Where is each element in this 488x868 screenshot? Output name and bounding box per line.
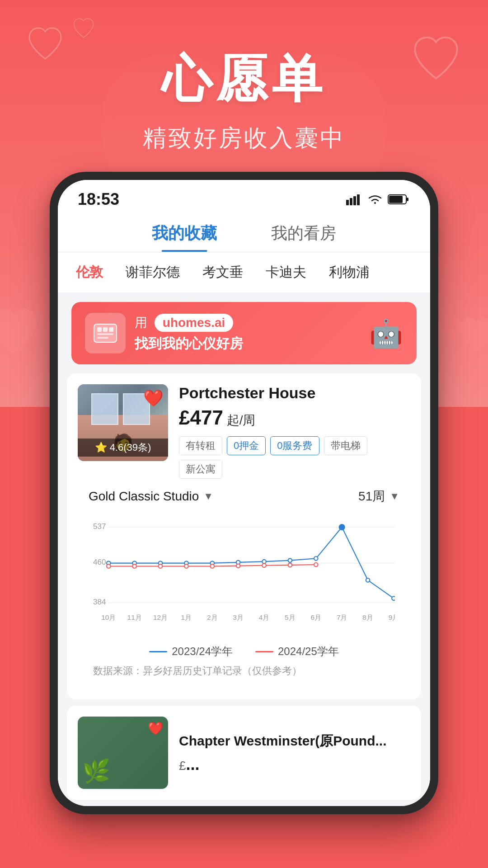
city-filter: 伦敦 谢菲尔德 考文垂 卡迪夫 利物浦: [58, 252, 430, 293]
room-type-dropdown-arrow: ▼: [203, 491, 213, 502]
svg-text:460: 460: [93, 558, 106, 566]
svg-rect-9: [103, 327, 108, 332]
banner-robot-icon: 🤖: [369, 317, 403, 349]
property-tags: 有转租 0押金 0服务费 带电梯 新公寓: [179, 436, 410, 479]
svg-rect-11: [97, 333, 113, 335]
window-left: [91, 393, 118, 425]
property-card-2[interactable]: 🌿 ❤️ Chapter Westminster(原Pound... £...: [67, 706, 421, 800]
svg-text:537: 537: [93, 522, 106, 531]
legend-line-blue: [149, 651, 167, 652]
heart-decoration-left: [0, 307, 41, 359]
city-coventry[interactable]: 考文垂: [202, 263, 243, 282]
svg-text:8月: 8月: [362, 613, 373, 621]
price-unit: 起/周: [227, 413, 256, 427]
svg-point-49: [262, 563, 266, 567]
page-title: 心愿单: [0, 45, 488, 113]
city-cardiff[interactable]: 卡迪夫: [266, 263, 306, 282]
tag-new: 新公寓: [179, 460, 222, 479]
property-name-2: Chapter Westminster(原Pound...: [179, 732, 410, 750]
svg-text:12月: 12月: [153, 613, 168, 621]
banner-line2: 找到我的心仪好房: [135, 335, 360, 353]
tab-viewings[interactable]: 我的看房: [271, 222, 336, 252]
svg-point-42: [392, 596, 395, 600]
banner-line1: 用 uhomes.ai: [135, 314, 360, 332]
svg-rect-0: [346, 200, 349, 205]
banner-icon: [85, 313, 126, 354]
svg-point-37: [262, 560, 266, 564]
svg-point-50: [288, 563, 292, 567]
svg-point-43: [107, 564, 111, 568]
status-icons: [346, 193, 410, 206]
svg-text:6月: 6月: [311, 613, 322, 621]
svg-rect-8: [97, 327, 102, 332]
status-bar: 18:53: [58, 180, 430, 213]
property-info-2: Chapter Westminster(原Pound... £...: [179, 732, 410, 774]
svg-rect-12: [97, 337, 108, 339]
price-line-chart: 537 460 384 10月 11月 12月: [93, 512, 395, 639]
svg-point-44: [132, 564, 136, 568]
svg-point-41: [366, 578, 370, 582]
svg-rect-5: [389, 196, 403, 203]
svg-rect-3: [357, 194, 360, 205]
svg-text:2月: 2月: [207, 613, 218, 621]
svg-text:11月: 11月: [127, 613, 142, 621]
property-price-2: £...: [179, 755, 410, 774]
svg-text:384: 384: [93, 598, 106, 606]
svg-text:9月: 9月: [389, 613, 395, 621]
svg-text:10月: 10月: [101, 613, 116, 621]
phone-frame: 18:53: [50, 172, 438, 814]
property-card-1[interactable]: 🧑 ❤️ ⭐ 4.6(39条) Portchester House: [67, 373, 421, 699]
property-info-1: Portchester House £477 起/周 有转租 0押金 0服务费 …: [179, 384, 410, 479]
favorite-heart-badge[interactable]: ❤️: [143, 389, 164, 408]
week-dropdown-arrow: ▼: [389, 491, 399, 502]
chart-area: 537 460 384 10月 11月 12月: [93, 512, 395, 639]
property-image-2: 🌿 ❤️: [78, 717, 168, 789]
svg-rect-10: [109, 327, 113, 332]
svg-text:5月: 5月: [285, 613, 296, 621]
svg-rect-2: [353, 196, 356, 205]
wifi-icon: [367, 193, 383, 206]
status-time: 18:53: [78, 190, 119, 209]
rating-badge: ⭐ 4.6(39条): [78, 439, 168, 457]
city-sheffield[interactable]: 谢菲尔德: [126, 263, 180, 282]
svg-point-38: [288, 558, 292, 562]
city-liverpool[interactable]: 利物浦: [329, 263, 370, 282]
header-section: 心愿单 精致好房收入囊中: [0, 0, 488, 154]
phone-mockup: 18:53: [50, 172, 438, 814]
svg-rect-6: [407, 198, 408, 201]
svg-point-46: [184, 564, 188, 568]
svg-text:4月: 4月: [259, 613, 270, 621]
page-subtitle: 精致好房收入囊中: [0, 123, 488, 154]
price-chart-section: Gold Classic Studio ▼ 51周 ▼: [78, 488, 410, 689]
chart-legend: 2023/24学年 2024/25学年: [89, 644, 399, 659]
svg-point-40: [339, 524, 345, 530]
week-select[interactable]: 51周 ▼: [358, 488, 399, 505]
chart-header: Gold Classic Studio ▼ 51周 ▼: [89, 488, 399, 505]
ai-banner[interactable]: 用 uhomes.ai 找到我的心仪好房 🤖: [71, 302, 417, 364]
tag-deposit: 0押金: [227, 436, 266, 455]
svg-text:3月: 3月: [233, 613, 244, 621]
svg-point-48: [236, 564, 240, 568]
battery-icon: [388, 193, 410, 205]
svg-rect-1: [350, 198, 352, 205]
room-type-select[interactable]: Gold Classic Studio ▼: [89, 489, 213, 504]
tabs-bar: 我的收藏 我的看房: [58, 213, 430, 252]
tag-transfer: 有转租: [179, 436, 222, 455]
tag-service: 0服务费: [270, 436, 319, 455]
svg-text:1月: 1月: [181, 613, 192, 621]
svg-point-45: [159, 564, 163, 568]
property-top: 🧑 ❤️ ⭐ 4.6(39条) Portchester House: [78, 384, 410, 479]
signal-icon: [346, 193, 362, 205]
chart-note: 数据来源：异乡好居历史订单记录（仅供参考）: [89, 664, 399, 678]
legend-2024: 2024/25学年: [255, 644, 339, 659]
property-image-1: 🧑 ❤️ ⭐ 4.6(39条): [78, 384, 168, 461]
property-price-1: £477 起/周: [179, 406, 410, 429]
banner-url: uhomes.ai: [155, 314, 233, 332]
city-london[interactable]: 伦敦: [76, 263, 103, 282]
legend-2023: 2023/24学年: [149, 644, 233, 659]
svg-point-51: [314, 563, 318, 567]
tab-favorites[interactable]: 我的收藏: [152, 222, 217, 252]
heart-decoration-right: [456, 316, 488, 355]
phone-content: 我的收藏 我的看房 伦敦 谢菲尔德 考文垂 卡迪夫 利物浦: [58, 213, 430, 806]
legend-line-red: [255, 651, 273, 652]
